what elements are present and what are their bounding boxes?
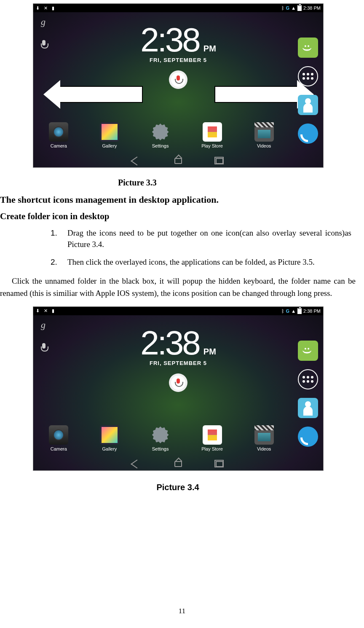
nav-recents-icon[interactable] [216,158,223,164]
google-icon[interactable]: g [41,319,47,330]
hotseat: Camera Gallery Settings Play Store Video… [33,122,289,148]
status-time: 2:38 PM [303,5,321,11]
voice-search-icon[interactable] [41,40,47,49]
app-videos[interactable]: Videos [254,122,274,148]
app-gallery[interactable]: Gallery [100,122,119,148]
voice-search-icon[interactable] [41,343,47,352]
app-gallery[interactable]: Gallery [100,425,119,451]
app-drawer-icon[interactable] [298,369,318,389]
google-icon[interactable]: g [41,16,47,27]
messaging-icon[interactable] [298,38,318,58]
clock-date: FRI, SEPTEMBER 5 [140,360,216,366]
clock-time: 2:38 [140,21,199,59]
nav-back-icon[interactable] [131,157,143,166]
network-g-icon: G [286,309,290,314]
clock-date: FRI, SEPTEMBER 5 [140,57,216,63]
bluetooth-icon: ᛒ [281,5,284,11]
phone-icon[interactable] [298,427,318,447]
app-playstore[interactable]: Play Store [201,122,223,148]
status-bar: ⬇ ✕ ▮ ᛒ G ▲ 2:38 PM [33,4,323,12]
app-settings[interactable]: Settings [151,122,170,148]
swipe-right-arrow [214,86,299,103]
bluetooth-icon: ᛒ [281,309,284,314]
download-icon: ⬇ [36,308,40,314]
screenshot-picture-3-3: ⬇ ✕ ▮ ᛒ G ▲ 2:38 PM g 2:38 PM FRI, SEPTE… [33,3,324,168]
clock-widget[interactable]: 2:38 PM FRI, SEPTEMBER 5 [140,324,216,366]
status-time: 2:38 PM [303,309,321,314]
phone-icon[interactable] [298,123,318,144]
network-g-icon: G [286,5,290,11]
paragraph-folder-rename: Click the unnamed folder in the black bo… [0,275,356,300]
clock-ampm: PM [203,347,216,357]
sdcard-icon: ▮ [52,5,54,11]
voice-launcher-icon[interactable] [169,70,187,89]
battery-icon [297,308,302,314]
system-navbar [33,155,323,167]
voice-launcher-icon[interactable] [169,373,187,392]
nav-home-icon[interactable] [174,158,182,164]
app-camera[interactable]: Camera [49,425,68,451]
settings-status-icon: ✕ [44,5,48,11]
caption-picture-3-4: Picture 3.4 [0,483,356,492]
app-playstore[interactable]: Play Store [201,425,223,451]
app-drawer-icon[interactable] [298,66,318,86]
contacts-icon[interactable] [298,95,318,115]
instructions-list: 1.Drag the icons need to be put together… [51,228,351,268]
app-camera[interactable]: Camera [49,122,68,148]
heading-shortcut-management: The shortcut icons management in desktop… [0,194,356,205]
download-icon: ⬇ [36,5,40,11]
nav-back-icon[interactable] [131,459,143,468]
clock-time: 2:38 [140,324,199,362]
list-item: 2.Then click the overlayed icons, the ap… [51,257,351,268]
screenshot-picture-3-4: ⬇ ✕ ▮ ᛒ G ▲ 2:38 PM g 2:38 PM FRI, SEPTE… [33,306,324,471]
list-item: 1.Drag the icons need to be put together… [51,228,351,250]
contacts-icon[interactable] [298,398,318,418]
caption-picture-3-3: Picture 3.3 [118,178,356,188]
subheading-create-folder: Create folder icon in desktop [0,211,356,222]
battery-icon [297,5,302,11]
hotseat: Camera Gallery Settings Play Store Video… [33,425,289,451]
clock-widget[interactable]: 2:38 PM FRI, SEPTEMBER 5 [140,21,216,63]
sdcard-icon: ▮ [52,308,54,314]
signal-icon: ▲ [291,309,296,314]
status-bar: ⬇ ✕ ▮ ᛒ G ▲ 2:38 PM [33,307,323,315]
messaging-icon[interactable] [298,341,318,361]
nav-recents-icon[interactable] [216,461,223,467]
app-settings[interactable]: Settings [151,425,170,451]
app-videos[interactable]: Videos [254,425,274,451]
system-navbar [33,458,323,470]
clock-ampm: PM [203,44,216,54]
settings-status-icon: ✕ [44,308,48,314]
nav-home-icon[interactable] [174,461,182,467]
swipe-left-arrow [59,86,143,103]
page-number: 11 [179,607,185,615]
signal-icon: ▲ [291,5,296,11]
